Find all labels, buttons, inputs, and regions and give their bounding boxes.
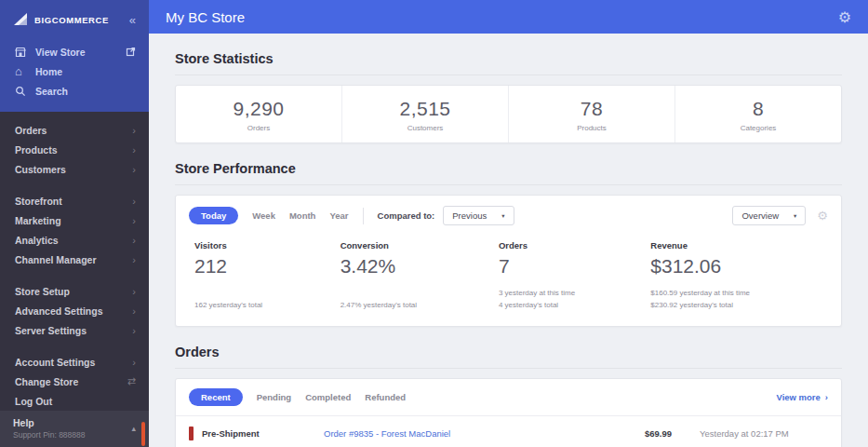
metric-sub: 162 yesterday's total: [194, 300, 341, 312]
sidebar-item-label: Advanced Settings: [15, 305, 103, 317]
chevron-right-icon: ›: [132, 357, 136, 368]
sidebar-item-storefront[interactable]: Storefront ›: [0, 191, 149, 210]
order-status-label: Pre-Shipment: [202, 428, 260, 439]
performance-metrics: Visitors 212 162 yesterday's total Conve…: [176, 234, 841, 326]
sidebar: BIGCOMMERCE « View Store ⌂ Home: [0, 0, 149, 447]
tab-refunded[interactable]: Refunded: [365, 392, 406, 402]
stat-value: 2,515: [342, 98, 508, 120]
bigcommerce-sail-icon: [13, 12, 30, 27]
stat-orders: 9,290 Orders: [176, 86, 342, 142]
sidebar-item-label: Channel Manager: [15, 254, 97, 265]
sidebar-item-search[interactable]: Search: [0, 81, 149, 101]
order-timestamp: Yesterday at 02:17 PM: [672, 428, 828, 439]
sidebar-item-view-store[interactable]: View Store: [0, 42, 149, 61]
metric-value: 7: [499, 255, 650, 278]
sidebar-scrollbar-thumb[interactable]: [141, 422, 145, 446]
metric-value: 212: [194, 255, 341, 278]
sidebar-item-label: Customers: [15, 164, 66, 175]
sidebar-collapse-icon[interactable]: «: [129, 13, 136, 27]
view-more-link[interactable]: View more ›: [776, 392, 828, 402]
sidebar-item-label: Account Settings: [15, 357, 95, 368]
search-icon: [15, 86, 27, 97]
sidebar-item-label: Log Out: [15, 396, 52, 407]
overview-value: Overview: [741, 210, 779, 221]
sidebar-item-analytics[interactable]: Analytics ›: [0, 230, 149, 250]
chevron-right-icon: ›: [132, 254, 136, 265]
sidebar-item-label: Marketing: [15, 215, 61, 226]
logo-text: BIGCOMMERCE: [34, 15, 109, 25]
tab-recent[interactable]: Recent: [189, 388, 243, 406]
sidebar-item-channel-manager[interactable]: Channel Manager ›: [0, 250, 149, 269]
caret-down-icon: ▾: [794, 212, 796, 220]
store-performance-card: Today Week Month Year Compared to: Previ…: [175, 195, 842, 327]
metric-label: Orders: [499, 240, 650, 251]
sidebar-item-label: Server Settings: [15, 325, 87, 336]
order-link[interactable]: Order #9835 - Forest MacDaniel: [324, 428, 607, 439]
performance-toolbar: Today Week Month Year Compared to: Previ…: [176, 196, 841, 234]
sidebar-item-change-store[interactable]: Change Store ⇄: [0, 372, 149, 391]
metric-label: Visitors: [194, 240, 341, 251]
sidebar-item-home[interactable]: ⌂ Home: [0, 61, 149, 81]
sidebar-item-label: Orders: [15, 125, 47, 136]
performance-settings-icon[interactable]: ⚙: [817, 209, 828, 223]
compared-to-label: Compared to:: [378, 210, 435, 221]
sidebar-item-server-settings[interactable]: Server Settings ›: [0, 320, 149, 340]
tab-year[interactable]: Year: [329, 210, 348, 221]
compared-to-value: Previous: [452, 210, 487, 221]
metric-sub: 4 yesterday's total: [499, 300, 650, 312]
stat-categories: 8 Categories: [675, 86, 841, 142]
caret-up-icon: ▴: [131, 424, 136, 433]
sidebar-item-advanced-settings[interactable]: Advanced Settings ›: [0, 301, 149, 320]
top-header: My BC Store ⚙: [149, 0, 868, 34]
sidebar-item-log-out[interactable]: Log Out: [0, 391, 149, 411]
metric-sub: $230.92 yesterday's total: [650, 300, 828, 312]
logo-row: BIGCOMMERCE «: [0, 0, 149, 38]
sidebar-item-marketing[interactable]: Marketing ›: [0, 210, 149, 230]
orders-card: Recent Pending Completed Refunded View m…: [175, 378, 842, 447]
chevron-right-icon: ›: [132, 125, 136, 136]
metric-value: $312.06: [650, 255, 828, 278]
tab-completed[interactable]: Completed: [305, 392, 351, 402]
tab-pending[interactable]: Pending: [257, 392, 291, 402]
sidebar-item-label: Storefront: [15, 196, 62, 207]
section-title-store-performance: Store Performance: [175, 161, 842, 185]
order-status-indicator: [189, 427, 194, 440]
help-text-block: Help Support Pin: 888888: [13, 417, 86, 440]
sidebar-item-label: View Store: [35, 47, 86, 58]
metric-sub: 2.47% yesterday's total: [341, 300, 499, 312]
sidebar-help-panel[interactable]: Help Support Pin: 888888 ▴: [0, 411, 149, 447]
chevron-right-icon: ›: [132, 144, 136, 156]
settings-gear-icon[interactable]: ⚙: [838, 8, 851, 26]
chevron-right-icon: ›: [132, 215, 136, 226]
sidebar-top-nav: View Store ⌂ Home Search: [0, 38, 149, 101]
sidebar-item-label: Home: [35, 66, 62, 77]
tab-week[interactable]: Week: [252, 210, 275, 221]
bigcommerce-logo[interactable]: BIGCOMMERCE: [13, 12, 109, 27]
main-content: Store Statistics 9,290 Orders 2,515 Cust…: [149, 34, 868, 447]
metric-label: Revenue: [650, 240, 828, 251]
stat-label: Categories: [675, 124, 841, 132]
metric-orders: Orders 7 3 yesterday at this time 4 yest…: [499, 240, 650, 312]
sidebar-item-label: Products: [15, 144, 58, 156]
sidebar-menu: Orders › Products › Customers › Storefro…: [0, 112, 149, 411]
orders-toolbar: Recent Pending Completed Refunded View m…: [176, 379, 841, 415]
tab-today[interactable]: Today: [189, 207, 238, 224]
sidebar-item-orders[interactable]: Orders ›: [0, 120, 149, 140]
stat-products: 78 Products: [509, 86, 675, 142]
sidebar-item-account-settings[interactable]: Account Settings ›: [0, 352, 149, 372]
chevron-right-icon: ›: [825, 392, 828, 402]
stat-value: 9,290: [176, 98, 341, 120]
stat-label: Customers: [342, 124, 508, 132]
sidebar-item-products[interactable]: Products ›: [0, 140, 149, 159]
compared-to-select[interactable]: Previous ▾: [443, 206, 514, 225]
stat-label: Products: [509, 124, 674, 132]
chevron-right-icon: ›: [132, 196, 136, 207]
order-amount: $69.99: [607, 428, 672, 439]
tab-month[interactable]: Month: [289, 210, 316, 221]
sidebar-item-store-setup[interactable]: Store Setup ›: [0, 281, 149, 301]
metric-sub: $160.59 yesterday at this time: [650, 288, 828, 300]
sidebar-item-customers[interactable]: Customers ›: [0, 159, 149, 179]
chevron-right-icon: ›: [132, 305, 136, 317]
chevron-right-icon: ›: [132, 325, 136, 336]
overview-select[interactable]: Overview ▾: [732, 206, 806, 225]
